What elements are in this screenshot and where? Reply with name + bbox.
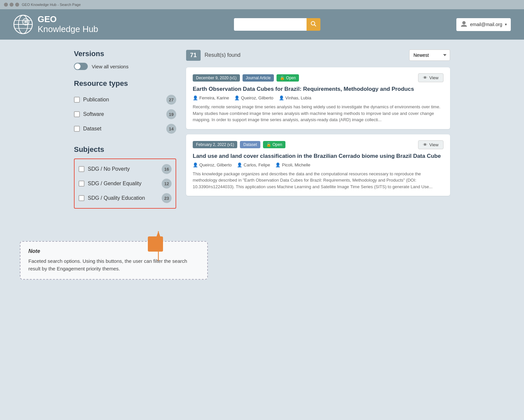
lock-open-icon-1: 🔓 xyxy=(280,76,285,80)
filter-item-no-poverty: SDG / No Poverty 16 xyxy=(79,162,172,176)
filter-item-quality-education: SDG / Quality Education 23 xyxy=(79,191,172,205)
result-card-1: December 9, 2020 (v1) Journal Article 🔓 … xyxy=(186,67,450,129)
card-authors-2: 👤 Queiroz, Gilberto 👤 Carlos, Felipe 👤 P… xyxy=(193,162,443,167)
dot-yellow xyxy=(10,3,14,7)
resource-types-section: Resource types Publication 27 Software 1… xyxy=(74,79,176,136)
dot-red xyxy=(4,3,8,7)
user-email: email@mail.org xyxy=(470,22,502,27)
subjects-section: Subjects SDG / No Poverty 16 SDG / Gende… xyxy=(74,145,176,209)
publication-count: 27 xyxy=(166,95,176,105)
no-poverty-label: SDG / No Poverty xyxy=(88,166,158,172)
person-icon: 👤 xyxy=(279,95,284,100)
card-type-2: Dataset xyxy=(240,141,260,148)
search-area xyxy=(234,18,320,31)
search-input[interactable] xyxy=(234,18,307,31)
card-meta-2: February 2, 2022 (v1) Dataset 🔓 Open 👁 V… xyxy=(193,140,443,149)
no-poverty-checkbox[interactable] xyxy=(79,166,84,172)
sidebar: Versions View all versions Resource type… xyxy=(74,50,186,218)
search-button[interactable] xyxy=(307,18,320,31)
logo-area: GEO Knowledge Hub xyxy=(13,15,98,34)
versions-section: Versions View all versions xyxy=(74,50,176,70)
resource-types-list: Publication 27 Software 19 Dataset 14 xyxy=(74,92,176,136)
tab-title: GEO Knowledge Hub - Search Page xyxy=(22,3,81,7)
filter-item-software: Software 19 xyxy=(74,107,176,122)
card-description-1: Recently, remote sensing image time seri… xyxy=(193,104,443,123)
card-open-1: 🔓 Open xyxy=(277,74,299,82)
card-title-2: Land use and land cover classification i… xyxy=(193,153,443,160)
view-button-1[interactable]: 👁 View xyxy=(418,73,443,82)
dot-green xyxy=(15,3,19,7)
software-label: Software xyxy=(83,111,163,117)
results-area: 71 Result(s) found Newest Oldest Most vi… xyxy=(186,50,450,218)
eye-icon-2: 👁 xyxy=(423,142,427,147)
author-2-1: 👤 Queiroz, Gilberto xyxy=(193,162,232,167)
person-icon: 👤 xyxy=(234,95,240,100)
eye-icon-1: 👁 xyxy=(423,75,427,80)
versions-toggle-row: View all versions xyxy=(74,63,176,70)
chevron-down-icon: ▾ xyxy=(505,22,507,27)
svg-point-7 xyxy=(25,21,26,22)
no-poverty-count: 16 xyxy=(162,164,172,174)
author-1-2: 👤 Queiroz, Gilberto xyxy=(234,95,273,100)
annotation-area: Note Faceted search options. Using this … xyxy=(0,241,524,293)
author-1-3: 👤 Vinhas, Lubia xyxy=(279,95,311,100)
search-icon xyxy=(311,21,316,28)
svg-point-10 xyxy=(462,21,466,24)
dataset-checkbox[interactable] xyxy=(74,126,80,132)
gender-equality-label: SDG / Gender Equality xyxy=(88,181,158,187)
author-2-3: 👤 Picoli, Michelle xyxy=(275,162,310,167)
note-box: Note Faceted search options. Using this … xyxy=(20,241,208,280)
sort-select[interactable]: Newest Oldest Most viewed xyxy=(409,50,450,61)
card-open-2: 🔓 Open xyxy=(263,141,285,148)
gender-equality-checkbox[interactable] xyxy=(79,181,84,187)
window-controls xyxy=(4,3,19,7)
annotation-orange-square xyxy=(148,236,163,252)
subjects-list: SDG / No Poverty 16 SDG / Gender Equalit… xyxy=(79,162,172,205)
results-header: 71 Result(s) found Newest Oldest Most vi… xyxy=(186,50,450,61)
user-avatar-icon xyxy=(460,20,468,29)
dataset-count: 14 xyxy=(166,124,176,134)
card-title-1: Earth Observation Data Cubes for Brazil:… xyxy=(193,86,443,93)
card-description-2: This knowledge package organizes and des… xyxy=(193,171,443,190)
card-date-1: December 9, 2020 (v1) xyxy=(193,74,240,82)
card-date-2: February 2, 2022 (v1) xyxy=(193,141,237,148)
subjects-box: SDG / No Poverty 16 SDG / Gender Equalit… xyxy=(74,158,176,209)
note-text: Faceted search options. Using this butto… xyxy=(28,258,199,272)
browser-bar: GEO Knowledge Hub - Search Page xyxy=(0,0,524,9)
view-button-2[interactable]: 👁 View xyxy=(418,140,443,149)
main-content: Versions View all versions Resource type… xyxy=(61,40,463,228)
author-2-2: 👤 Carlos, Felipe xyxy=(237,162,270,167)
versions-toggle-switch[interactable] xyxy=(74,63,88,70)
resource-types-title: Resource types xyxy=(74,79,176,88)
card-authors-1: 👤 Ferreira, Karine 👤 Queiroz, Gilberto 👤… xyxy=(193,95,443,100)
publication-checkbox[interactable] xyxy=(74,97,80,103)
publication-label: Publication xyxy=(83,97,163,103)
software-checkbox[interactable] xyxy=(74,111,80,117)
card-type-1: Journal Article xyxy=(243,74,274,82)
person-icon: 👤 xyxy=(193,95,198,100)
result-count-badge: 71 xyxy=(186,50,201,61)
filter-item-gender-equality: SDG / Gender Equality 12 xyxy=(79,176,172,191)
header: GEO Knowledge Hub email@mail.org ▾ xyxy=(0,9,524,40)
result-card-2: February 2, 2022 (v1) Dataset 🔓 Open 👁 V… xyxy=(186,134,450,196)
dataset-label: Dataset xyxy=(83,126,163,132)
logo-text: GEO Knowledge Hub xyxy=(38,15,98,34)
results-count: 71 Result(s) found xyxy=(186,50,241,61)
person-icon: 👤 xyxy=(275,162,280,167)
lock-open-icon-2: 🔓 xyxy=(266,142,271,147)
subjects-title: Subjects xyxy=(74,145,176,154)
toggle-knob xyxy=(75,63,81,69)
svg-line-9 xyxy=(314,24,316,26)
person-icon: 👤 xyxy=(193,162,198,167)
gender-equality-count: 12 xyxy=(162,179,172,189)
filter-item-publication: Publication 27 xyxy=(74,92,176,107)
versions-toggle-label: View all versions xyxy=(92,64,128,69)
user-menu[interactable]: email@mail.org ▾ xyxy=(456,18,511,31)
filter-item-dataset: Dataset 14 xyxy=(74,122,176,136)
quality-education-label: SDG / Quality Education xyxy=(88,195,158,201)
software-count: 19 xyxy=(166,109,176,119)
person-icon: 👤 xyxy=(237,162,242,167)
quality-education-checkbox[interactable] xyxy=(79,195,84,201)
quality-education-count: 23 xyxy=(162,193,172,203)
results-found-text: Result(s) found xyxy=(205,52,241,58)
